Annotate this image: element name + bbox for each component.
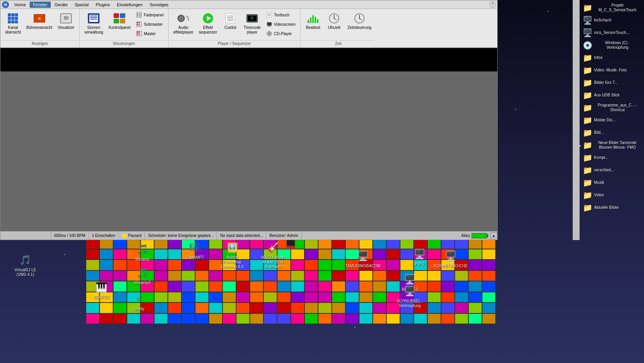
floor-cell (441, 302, 455, 313)
toolbar-btn-master[interactable]: Master (133, 29, 166, 38)
menu-plugins[interactable]: Plugins (93, 2, 113, 8)
toolbar-btn-kontroll[interactable]: Kontrolpanel (106, 11, 133, 32)
desktop-icon-kompr[interactable]: 📁 Kompr... (582, 152, 642, 164)
desktop-icon-tamudi[interactable]: 🖥️ TAMUDIMOBACOM (347, 248, 379, 270)
floor-cell (222, 313, 236, 324)
cdplayer-icon (266, 30, 272, 37)
desktop-icon-bild[interactable]: 📁 Bild... (582, 127, 642, 139)
desktop-icon-virtualdj[interactable]: 🎵 VirtualDJ LE (VMS 4.1) (10, 252, 41, 278)
floor-cell (291, 313, 304, 324)
floor-cell (455, 281, 468, 292)
floor-cell (304, 292, 318, 303)
menu-geräte[interactable]: Geräte (52, 2, 71, 8)
floor-cell (332, 302, 345, 313)
toolbar-btn-szenen[interactable]: Szenenverwaltung (82, 11, 105, 36)
floor-cell (209, 281, 222, 292)
toolbar-btn-effekt[interactable]: Effektsequenzer (197, 11, 220, 36)
status-segment-einschalten: 1 Einschalten (89, 231, 119, 240)
floor-cell (359, 281, 373, 292)
desktop-icon-openMPT[interactable]: 🎼 OpenMPT (180, 239, 211, 261)
svg-rect-39 (312, 15, 314, 23)
desktop-icon-mobiledis[interactable]: 📁 Mobile Dis... (582, 114, 642, 126)
desktop-icon-pipo[interactable]: 🖥️ PIPO (404, 246, 435, 268)
buhne-label: Bühnenansicht (27, 25, 52, 30)
desktop-icon-kosmetik[interactable]: 🖥️ KOSMETIKKÜCHE (435, 248, 466, 270)
floor-cell (277, 302, 291, 313)
desktop-icon-verschied[interactable]: 📁 verschied... (582, 164, 642, 176)
status-segment-input: No input data detected... (217, 231, 266, 240)
floor-cell (195, 270, 209, 281)
desktop-icon-ausUDB[interactable]: 📁 Aus UDB Stick (582, 89, 642, 101)
desktop-icon-schnubbel[interactable]: 🖥️ SCHNUBBEL - Verknüpfung (394, 283, 425, 310)
status-expand-button[interactable]: ▲ (490, 232, 497, 239)
floor-cell (181, 260, 195, 270)
floor-cell (154, 313, 168, 324)
desktop-icon-reaper[interactable]: 🎹 REAPER (86, 279, 117, 301)
svg-point-49 (359, 18, 360, 19)
menu-home[interactable]: Home (11, 2, 29, 8)
desktop-icon-infos[interactable]: 📁 Infos (582, 52, 642, 64)
cuelist-icon (224, 12, 237, 25)
desktop-icon-winamp3[interactable]: 🎵 Winamp3 (127, 265, 158, 286)
toolbar-btn-visualizer[interactable]: 3D Visualizer (55, 11, 77, 32)
desktop-icon-windows[interactable]: 💿 Windows (C) - Verknüpfung (582, 39, 642, 51)
toolbar-btn-beattool[interactable]: Beattool (303, 11, 323, 32)
desktop-icon-musik[interactable]: 📁 Musik (582, 177, 642, 189)
content-area (0, 48, 497, 231)
battery-bar (471, 233, 487, 238)
desktop-icon-photoshop[interactable]: 🖼️ Adobe Photoshop Elements 8.0 (217, 239, 248, 270)
floor-cell (209, 292, 222, 303)
floor-cell (318, 270, 332, 281)
floor-cell (441, 281, 455, 292)
effekt-label: Effektsequenzer (199, 25, 217, 35)
floor-cell (468, 302, 482, 313)
desktop-icon-spotify[interactable]: ● Spotify (123, 291, 154, 313)
floor-cell (482, 249, 496, 260)
toolbar-btn-buhne[interactable]: ■ Bühnenansicht (24, 11, 55, 32)
floor-cell (100, 249, 113, 260)
floor-cell (359, 292, 373, 303)
floor-cell (427, 270, 441, 281)
toolbar-btn-cuelist[interactable]: Cuelist (220, 11, 240, 32)
desktop-icon-winamp[interactable]: 🎵 Winamp (127, 241, 158, 263)
toolbar-btn-kanal[interactable]: Kanalübersicht (3, 11, 23, 36)
desktop-icon-projekt[interactable]: 📁 Projekt M_C_S_SensorTouch (582, 2, 642, 14)
toolbar-btn-fader[interactable]: Faderpanel (133, 11, 166, 19)
floor-cell (318, 281, 332, 292)
desktop-icon-mcssensor[interactable]: 🖥️ mcs_SensorTouch... (582, 27, 642, 39)
floor-cell (168, 302, 181, 313)
toolbar-btn-cdplayer[interactable]: CD-Player (264, 29, 298, 38)
input-text: No input data detected... (220, 233, 263, 238)
toolbar-btn-zeitsteuerung[interactable]: Zeitsteuerung (345, 11, 374, 32)
desktop-icon-video[interactable]: 📁 Video (582, 189, 642, 201)
toolbar: Kanalübersicht ■ Bühnenansicht 3D Visual… (0, 9, 497, 48)
desktop-icon-neuebilder[interactable]: 📁 Neue Bilder Tanzende Blumen Messe- FMO (582, 139, 642, 151)
floor-cell (181, 302, 195, 313)
desktop-icon-bilderfur[interactable]: 📁 Bilder fürs T... (582, 77, 642, 89)
desktop-icon-magix[interactable]: 🎸 MAGIX Music Maker 2014 Premium (258, 239, 289, 270)
toolbar-btn-textbuch[interactable]: Textbuch (264, 11, 298, 19)
help-button[interactable]: ? (489, 2, 496, 8)
floor-cell (468, 281, 482, 292)
menu-fenster[interactable]: Fenster (30, 2, 50, 8)
menu-sonstiges[interactable]: Sonstiges (147, 2, 172, 8)
floor-cell (291, 292, 304, 303)
toolbar-btn-uhrzeit[interactable]: Uhrzeit (324, 11, 344, 32)
desktop-icons-right-column: 📁 Projekt M_C_S_SensorTouch 🖥️ boSchach … (580, 0, 644, 215)
desktop-icon-aktuellebilder[interactable]: 📁 Aktuelle Bilder (582, 202, 642, 214)
floor-cell (291, 281, 304, 292)
toolbar-btn-submaster[interactable]: Submaster (133, 20, 166, 28)
beattool-icon (307, 12, 319, 25)
floor-cell (168, 281, 181, 292)
desktop-icon-videomusik[interactable]: 📁 Video- Musik- Foto (582, 64, 642, 76)
desktop-icon-boschach[interactable]: 🖥️ boSchach (582, 14, 642, 26)
svg-rect-7 (137, 24, 138, 25)
toolbar-btn-videoscreen[interactable]: Videoscreen (264, 20, 298, 28)
floor-cell (154, 302, 168, 313)
toolbar-btn-timecode[interactable]: TC Timecodeplayer (241, 11, 263, 36)
toolbar-btn-audio[interactable]: Audioeffektplayer (171, 11, 196, 36)
desktop-icon-programme[interactable]: 📁 Programme_aus_C... - Shortcut (582, 102, 642, 114)
menu-spezial[interactable]: Spezial (71, 2, 92, 8)
floor-cell (250, 292, 263, 303)
menu-einstellungen[interactable]: Einstellungen (114, 2, 146, 8)
